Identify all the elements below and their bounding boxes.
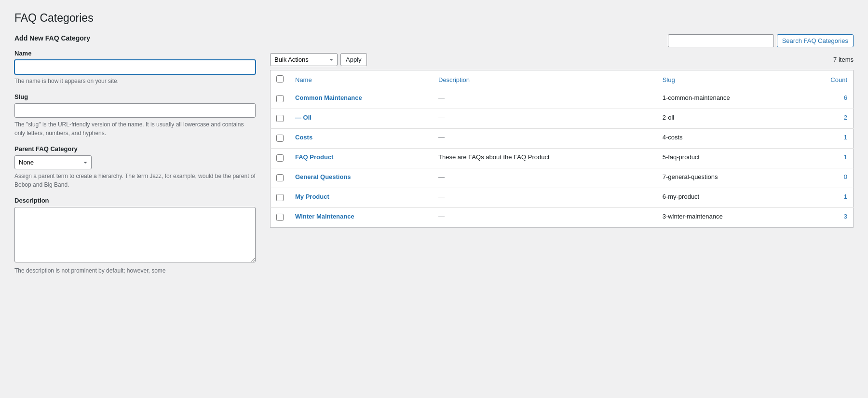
parent-field-group: Parent FAQ Category None Assign a parent…	[14, 145, 256, 189]
row-count-cell: 0	[801, 168, 853, 188]
count-link[interactable]: 1	[844, 153, 847, 161]
row-slug-cell: 6-my-product	[657, 188, 801, 208]
category-name-link[interactable]: Winter Maintenance	[295, 213, 354, 220]
add-new-title: Add New FAQ Category	[14, 34, 256, 42]
row-count-cell: 3	[801, 208, 853, 228]
col-header-name[interactable]: Name	[289, 70, 433, 89]
count-link[interactable]: 1	[844, 134, 847, 141]
row-count-cell: 1	[801, 129, 853, 149]
row-description-cell: —	[433, 109, 657, 129]
bulk-actions-bar: Bulk Actions Apply 7 items	[270, 53, 854, 66]
row-description-cell: —	[433, 188, 657, 208]
row-slug-cell: 2-oil	[657, 109, 801, 129]
table-row: General Questions—7-general-questions0	[271, 168, 854, 188]
em-dash: —	[438, 213, 445, 220]
table-row: Costs—4-costs1	[271, 129, 854, 149]
description-label: Description	[14, 197, 256, 204]
name-hint: The name is how it appears on your site.	[14, 77, 256, 85]
col-header-count[interactable]: Count	[801, 70, 853, 89]
row-slug-cell: 4-costs	[657, 129, 801, 149]
table-row: — Oil—2-oil2	[271, 109, 854, 129]
row-name-cell: Costs	[289, 129, 433, 149]
items-count: 7 items	[833, 56, 854, 63]
em-dash: —	[438, 173, 445, 180]
row-name-cell: General Questions	[289, 168, 433, 188]
em-dash: —	[438, 193, 445, 200]
name-input[interactable]	[14, 60, 256, 74]
slug-label: Slug	[14, 93, 256, 100]
search-row: Search FAQ Categories	[668, 34, 854, 47]
category-name-link[interactable]: My Product	[295, 193, 329, 200]
row-slug-cell: 1-common-maintenance	[657, 89, 801, 109]
row-slug-cell: 3-winter-maintenance	[657, 208, 801, 228]
count-link[interactable]: 0	[844, 173, 847, 180]
category-name-link[interactable]: — Oil	[295, 114, 312, 121]
slug-field-group: Slug The "slug" is the URL-friendly vers…	[14, 93, 256, 137]
em-dash: —	[438, 94, 445, 101]
row-description-cell: —	[433, 89, 657, 109]
search-button[interactable]: Search FAQ Categories	[777, 34, 854, 47]
count-link[interactable]: 6	[844, 94, 847, 101]
description-textarea[interactable]	[14, 207, 256, 262]
parent-hint: Assign a parent term to create a hierarc…	[14, 172, 256, 189]
row-checkbox[interactable]	[276, 154, 284, 162]
row-checkbox-cell	[271, 188, 290, 208]
row-name-cell: Common Maintenance	[289, 89, 433, 109]
parent-label: Parent FAQ Category	[14, 145, 256, 152]
row-description-cell: —	[433, 208, 657, 228]
row-name-cell: FAQ Product	[289, 149, 433, 168]
row-checkbox[interactable]	[276, 194, 284, 201]
row-checkbox[interactable]	[276, 214, 284, 221]
row-checkbox-cell	[271, 89, 290, 109]
add-new-form: Add New FAQ Category Name The name is ho…	[14, 34, 256, 283]
count-link[interactable]: 3	[844, 213, 847, 220]
categories-table-panel: Search FAQ Categories Bulk Actions Apply…	[270, 34, 854, 228]
row-checkbox[interactable]	[276, 135, 284, 142]
row-description-cell: —	[433, 168, 657, 188]
category-name-link[interactable]: General Questions	[295, 173, 351, 180]
row-checkbox-cell	[271, 208, 290, 228]
table-row: FAQ ProductThese are FAQs about the FAQ …	[271, 149, 854, 168]
table-row: Winter Maintenance—3-winter-maintenance3	[271, 208, 854, 228]
col-header-slug[interactable]: Slug	[657, 70, 801, 89]
row-checkbox-cell	[271, 129, 290, 149]
count-link[interactable]: 1	[844, 193, 847, 200]
description-field-group: Description The description is not promi…	[14, 197, 256, 275]
row-checkbox[interactable]	[276, 174, 284, 181]
category-name-link[interactable]: FAQ Product	[295, 153, 333, 161]
count-link[interactable]: 2	[844, 114, 847, 121]
table-row: Common Maintenance—1-common-maintenance6	[271, 89, 854, 109]
row-slug-cell: 5-faq-product	[657, 149, 801, 168]
em-dash: —	[438, 134, 445, 141]
select-all-checkbox[interactable]	[276, 75, 284, 82]
category-name-link[interactable]: Costs	[295, 134, 312, 141]
row-count-cell: 1	[801, 149, 853, 168]
col-header-check	[271, 70, 290, 89]
name-label: Name	[14, 50, 256, 57]
row-checkbox[interactable]	[276, 95, 284, 102]
row-name-cell: Winter Maintenance	[289, 208, 433, 228]
row-description-cell: —	[433, 129, 657, 149]
row-checkbox-cell	[271, 109, 290, 129]
col-header-description[interactable]: Description	[433, 70, 657, 89]
bulk-left: Bulk Actions Apply	[270, 53, 367, 66]
em-dash: —	[438, 114, 445, 121]
categories-table: Name Description Slug Count Common Maint…	[270, 70, 854, 228]
top-bar: Search FAQ Categories	[270, 34, 854, 47]
row-count-cell: 6	[801, 89, 853, 109]
bulk-actions-select[interactable]: Bulk Actions	[270, 53, 338, 66]
row-count-cell: 1	[801, 188, 853, 208]
slug-hint: The "slug" is the URL-friendly version o…	[14, 120, 256, 137]
table-header-row: Name Description Slug Count	[271, 70, 854, 89]
description-hint: The description is not prominent by defa…	[14, 266, 256, 275]
row-checkbox-cell	[271, 149, 290, 168]
page-title: FAQ Categories	[14, 12, 854, 25]
category-name-link[interactable]: Common Maintenance	[295, 94, 362, 101]
apply-button[interactable]: Apply	[340, 53, 367, 66]
row-slug-cell: 7-general-questions	[657, 168, 801, 188]
slug-input[interactable]	[14, 103, 256, 118]
name-field-group: Name The name is how it appears on your …	[14, 50, 256, 85]
search-input[interactable]	[668, 34, 774, 47]
row-checkbox[interactable]	[276, 115, 284, 122]
parent-select[interactable]: None	[14, 155, 92, 169]
